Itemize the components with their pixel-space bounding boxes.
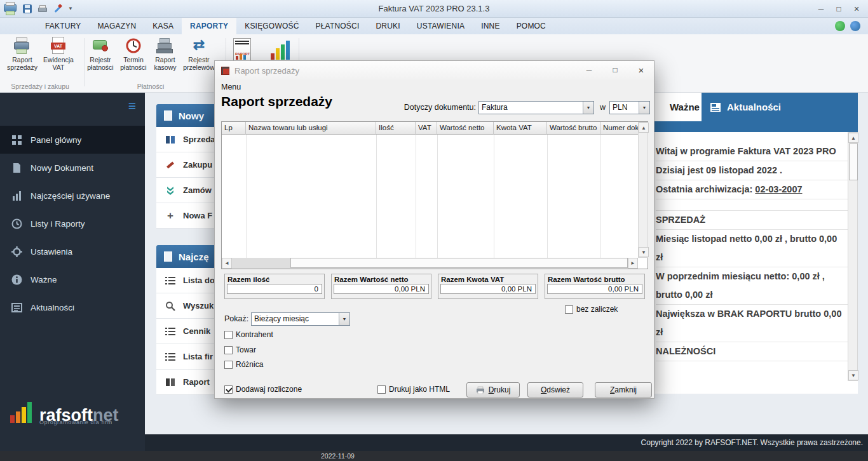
document-type-select[interactable]: Faktura ▼ (478, 101, 594, 114)
checkbox-box[interactable] (224, 385, 233, 394)
taskbar: 2022-11-09 (0, 451, 868, 461)
panel-row-spacer (656, 199, 858, 211)
checkbox-box[interactable] (224, 346, 233, 354)
sidebar-item-aktualnosci[interactable]: Aktualności (0, 293, 145, 321)
bez-zaliczek-checkbox[interactable]: bez zaliczek (565, 305, 618, 314)
scroll-down-icon[interactable]: ▼ (848, 370, 858, 380)
kontrahent-checkbox[interactable]: Kontrahent (224, 330, 273, 339)
copyright-bar: Copyright 2022 by RAFSOFT.NET. Wszystkie… (145, 434, 868, 451)
zamknij-button[interactable]: Zamknij (595, 382, 652, 398)
sidebar-item-wazne[interactable]: Ważne (0, 265, 145, 293)
ribbon-ewidencja-vat[interactable]: VAT Ewidencja VAT (41, 37, 76, 72)
table-vertical-scrollbar[interactable]: ▲ ▼ (638, 122, 648, 258)
total-brutto-value: 0,00 PLN (547, 284, 642, 294)
roznica-checkbox[interactable]: Różnica (224, 360, 263, 369)
chevron-down-icon[interactable]: ▼ (339, 313, 349, 325)
tab-ksiegowosc[interactable]: KSIĘGOWOŚĆ (236, 18, 307, 34)
chevron-down-icon[interactable]: ▼ (583, 102, 593, 114)
tab-druki[interactable]: DRUKI (367, 18, 408, 34)
drukuj-button[interactable]: Drukuj (466, 382, 520, 398)
table-horizontal-scrollbar[interactable]: ◄ ► (222, 258, 638, 269)
dialog-minimize-button[interactable]: ─ (581, 63, 597, 76)
column-header-vat[interactable]: VAT (416, 122, 437, 135)
panel-row-header: NALEŻNOŚCI (656, 342, 858, 361)
application-window: ▼ Faktura VAT 2023 PRO 23.1.3 ─ □ × FAKT… (0, 0, 868, 461)
archive-date-link[interactable]: 02-03-2007 (755, 184, 802, 194)
chevron-down-icon[interactable]: ▼ (639, 102, 649, 114)
drukuj-html-checkbox[interactable]: Drukuj jako HTML (377, 385, 450, 394)
hamburger-menu-icon[interactable]: ≡ (128, 99, 136, 112)
globe-icon[interactable] (835, 21, 845, 31)
list-icon (165, 276, 175, 285)
ribbon-raport-sprzedazy[interactable]: Raport sprzedaży (4, 37, 40, 72)
total-netto-group: Razem Wartość netto 0,00 PLN (331, 274, 431, 299)
dialog-menu[interactable]: Menu (221, 83, 241, 91)
checkbox-box[interactable] (224, 361, 233, 369)
period-select[interactable]: Bieżący miesiąc ▼ (251, 312, 350, 326)
tab-inne[interactable]: INNE (473, 18, 508, 34)
plus-icon: + (165, 210, 175, 222)
frequent-icon (164, 251, 172, 262)
towar-checkbox[interactable]: Towar (224, 345, 256, 354)
checkbox-box[interactable] (565, 305, 573, 314)
column-header-ilosc[interactable]: Ilość (376, 122, 416, 135)
close-button[interactable]: × (848, 3, 865, 15)
dialog-close-button[interactable]: × (634, 63, 649, 76)
dialog-maximize-button[interactable]: □ (607, 63, 623, 76)
dialog-heading: Raport sprzedaży (221, 94, 332, 109)
scroll-down-icon[interactable]: ▼ (639, 247, 649, 257)
minimize-button[interactable]: ─ (812, 3, 830, 15)
sidebar-item-najczesciej-uzywane[interactable]: Najczęściej używane (0, 182, 145, 210)
ribbon-rejestr-przelewow[interactable]: ⇄ Rejestr przelewów (179, 37, 219, 72)
tab-raporty[interactable]: RAPORTY (182, 18, 236, 34)
book-icon (165, 135, 175, 144)
payments-register-icon (91, 37, 110, 55)
tab-pomoc[interactable]: POMOC (508, 18, 554, 34)
column-header-nazwa[interactable]: Nazwa towaru lub usługi (246, 122, 376, 135)
column-header-kwota-vat[interactable]: Kwota VAT (494, 122, 547, 135)
tab-faktury[interactable]: FAKTURY (37, 18, 90, 34)
scroll-left-icon[interactable]: ◄ (222, 258, 232, 269)
sidebar-item-nowy-dokument[interactable]: Nowy Dokument (0, 154, 145, 182)
column-header-wartosc-brutto[interactable]: Wartość brutto (547, 122, 600, 135)
panel-tab-aktualnosci[interactable]: Aktualności (702, 93, 858, 121)
panel-content: Witaj w programie Faktura VAT 2023 PRO D… (646, 132, 858, 394)
scrollbar-thumb[interactable] (290, 258, 628, 268)
checkbox-box[interactable] (224, 331, 233, 339)
sidebar-item-ustawienia[interactable]: Ustawienia (0, 237, 145, 265)
sidebar-item-label: Nowy Dokument (31, 163, 93, 173)
tab-magazyn[interactable]: MAGAZYN (90, 18, 145, 34)
panel-scrollbar[interactable]: ▲ ▼ (848, 132, 858, 381)
dodawaj-rozliczone-checkbox[interactable]: Dodawaj rozliczone (224, 385, 302, 394)
maximize-button[interactable]: □ (830, 3, 848, 15)
clock-icon (11, 218, 22, 229)
sidebar-item-listy-i-raporty[interactable]: Listy i Raporty (0, 210, 145, 237)
ribbon-termin-platnosci[interactable]: Termin płatności (116, 37, 151, 72)
info-icon[interactable] (850, 21, 860, 31)
scrollbar-thumb[interactable] (849, 144, 858, 180)
panel-row: Dzisiaj jest 09 listopad 2022 . (656, 161, 858, 180)
currency-select[interactable]: PLN ▼ (609, 101, 650, 114)
panel-tab-wazne[interactable]: Ważne (654, 93, 702, 121)
ribbon-chart-icon[interactable] (269, 39, 292, 62)
sidebar-item-panel-glowny[interactable]: Panel główny (0, 126, 145, 154)
odswiez-button[interactable]: Odśwież (527, 382, 583, 398)
scroll-right-icon[interactable]: ► (628, 258, 638, 269)
column-header-lp[interactable]: Lp (222, 122, 246, 135)
scroll-up-icon[interactable]: ▲ (639, 123, 649, 133)
ribbon-raport-kasowy[interactable]: Raport kasowy (147, 37, 183, 72)
scroll-up-icon[interactable]: ▲ (848, 133, 858, 143)
tab-ustawienia[interactable]: USTAWIENIA (409, 18, 473, 34)
ribbon-rejestr-platnosci[interactable]: Rejestr płatności (83, 37, 118, 72)
panel-row-header: SPRZEDAŻ (656, 211, 858, 230)
panel-row: Największa w BRAK RAPORTU brutto 0,00 zł (656, 305, 858, 342)
tab-kasa[interactable]: KASA (144, 18, 182, 34)
dialog-title-bar: Raport sprzedaży ─ □ × (215, 61, 654, 80)
ribbon-raport-icon[interactable]: RAPORT (231, 38, 255, 63)
logo-tagline: Oprogramowanie dla firm (39, 419, 112, 425)
tab-platnosci[interactable]: PŁATNOŚCI (308, 18, 368, 34)
checkbox-box[interactable] (377, 385, 386, 394)
column-header-numer-dok[interactable]: Numer dok (600, 122, 639, 135)
column-header-wartosc-netto[interactable]: Wartość netto (437, 122, 494, 135)
sidebar-item-label: Ważne (31, 275, 57, 284)
